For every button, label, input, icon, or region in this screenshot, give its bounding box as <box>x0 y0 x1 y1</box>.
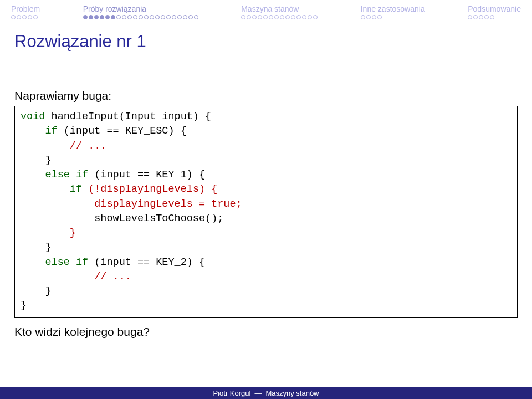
code-text: showLevelsToChoose(); <box>94 213 223 224</box>
code-text: } <box>45 242 51 253</box>
progress-dot <box>100 15 104 19</box>
code-text: } <box>21 300 27 311</box>
nav-progress-dots <box>468 15 494 19</box>
nav-label: Maszyna stanów <box>241 4 299 13</box>
progress-dot <box>241 15 245 19</box>
code-keyword: else if <box>45 257 88 268</box>
nav-section[interactable]: Maszyna stanów <box>241 4 318 19</box>
progress-dot <box>377 15 382 19</box>
progress-dot <box>89 15 93 19</box>
progress-dot <box>269 15 273 19</box>
progress-dot <box>94 15 99 19</box>
progress-dot <box>490 15 494 19</box>
progress-dot <box>194 15 198 19</box>
code-keyword: else if <box>45 169 88 181</box>
progress-dot <box>291 15 295 19</box>
progress-dot <box>263 15 268 19</box>
progress-dot <box>484 15 489 19</box>
progress-dot <box>188 15 193 19</box>
code-highlight: // ... <box>70 140 107 152</box>
nav-section[interactable]: Podsumowanie <box>468 4 521 19</box>
nav-label: Podsumowanie <box>468 4 521 13</box>
code-text: (input == KEY_ESC) { <box>58 125 187 137</box>
nav-label: Próby rozwiązania <box>83 4 146 13</box>
slide-title: Rozwiązanie nr 1 <box>0 21 532 56</box>
progress-dot <box>116 15 121 19</box>
nav-section[interactable]: Próby rozwiązania <box>83 4 198 19</box>
progress-dot <box>155 15 160 19</box>
progress-dot <box>372 15 376 19</box>
footer-bar: Piotr Korgul — Maszyny stanów <box>0 387 532 399</box>
nav-progress-dots <box>83 15 198 19</box>
nav-bar: ProblemPróby rozwiązaniaMaszyna stanówIn… <box>0 0 532 21</box>
nav-section[interactable]: Inne zastosowania <box>361 4 425 19</box>
code-text: } <box>45 155 51 166</box>
code-keyword: if <box>70 183 82 195</box>
progress-dot <box>258 15 262 19</box>
code-highlight: // ... <box>94 271 131 283</box>
progress-dot <box>144 15 149 19</box>
progress-dot <box>183 15 187 19</box>
progress-dot <box>252 15 257 19</box>
nav-section[interactable]: Problem <box>11 4 40 19</box>
progress-dot <box>11 15 16 19</box>
footer-separator: — <box>250 389 265 397</box>
code-highlight: (!displayingLevels) { <box>82 183 217 195</box>
footer-author: Piotr Korgul <box>213 389 250 397</box>
code-text: handleInput(Input input) { <box>45 111 211 122</box>
nav-progress-dots <box>241 15 318 19</box>
progress-dot <box>473 15 478 19</box>
progress-dot <box>274 15 279 19</box>
nav-label: Problem <box>11 4 40 13</box>
code-keyword: if <box>45 125 57 137</box>
progress-dot <box>285 15 290 19</box>
progress-dot <box>17 15 21 19</box>
progress-dot <box>133 15 137 19</box>
progress-dot <box>479 15 483 19</box>
slide-body: Naprawiamy buga: void handleInput(Input … <box>0 56 532 339</box>
code-text: } <box>45 285 51 297</box>
progress-dot <box>161 15 165 19</box>
code-highlight: } <box>70 227 76 239</box>
code-highlight: displayingLevels = true; <box>94 198 242 210</box>
progress-dot <box>33 15 38 19</box>
progress-dot <box>22 15 27 19</box>
progress-dot <box>177 15 182 19</box>
code-text: (input == KEY_1) { <box>88 169 205 181</box>
nav-progress-dots <box>361 15 382 19</box>
progress-dot <box>280 15 284 19</box>
progress-dot <box>247 15 251 19</box>
progress-dot <box>361 15 365 19</box>
progress-dot <box>111 15 115 19</box>
progress-dot <box>83 15 88 19</box>
progress-dot <box>127 15 132 19</box>
progress-dot <box>139 15 143 19</box>
progress-dot <box>28 15 32 19</box>
progress-dot <box>468 15 472 19</box>
code-block: void handleInput(Input input) { if (inpu… <box>14 106 518 318</box>
progress-dot <box>172 15 176 19</box>
progress-dot <box>296 15 301 19</box>
progress-dot <box>302 15 306 19</box>
closing-text: Kto widzi kolejnego buga? <box>14 325 518 339</box>
progress-dot <box>366 15 371 19</box>
footer-title: Maszyny stanów <box>265 389 319 397</box>
progress-dot <box>150 15 154 19</box>
code-keyword: void <box>21 111 45 122</box>
progress-dot <box>313 15 318 19</box>
lead-text: Naprawiamy buga: <box>14 89 518 103</box>
progress-dot <box>122 15 126 19</box>
code-text: (input == KEY_2) { <box>88 257 205 268</box>
nav-label: Inne zastosowania <box>361 4 425 13</box>
slide: { "nav": [ { "label": "Problem", "total"… <box>0 0 532 399</box>
progress-dot <box>105 15 110 19</box>
progress-dot <box>308 15 312 19</box>
nav-progress-dots <box>11 15 38 19</box>
progress-dot <box>166 15 171 19</box>
